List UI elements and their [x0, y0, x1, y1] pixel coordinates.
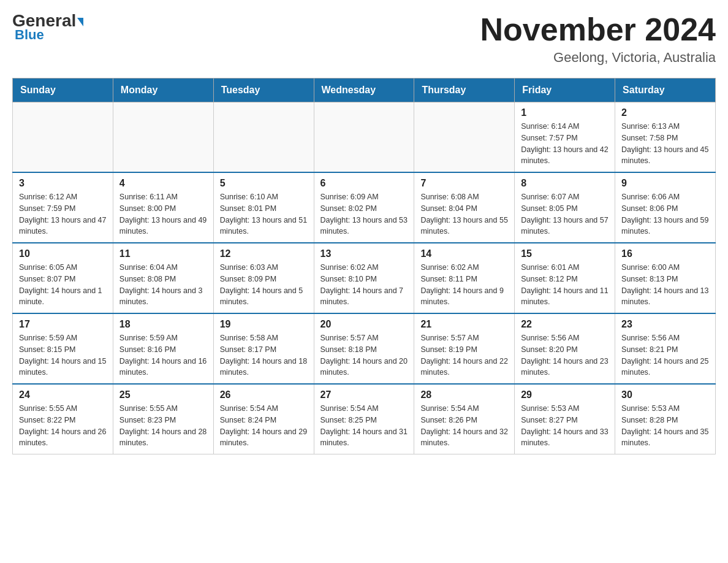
calendar-cell: 11Sunrise: 6:04 AMSunset: 8:08 PMDayligh… — [113, 243, 213, 313]
day-info: Sunrise: 5:55 AMSunset: 8:23 PMDaylight:… — [119, 403, 207, 449]
day-info: Sunrise: 6:12 AMSunset: 7:59 PMDaylight:… — [19, 191, 107, 237]
column-header-monday: Monday — [113, 79, 213, 102]
calendar-cell: 27Sunrise: 5:54 AMSunset: 8:25 PMDayligh… — [314, 384, 414, 454]
calendar-cell: 8Sunrise: 6:07 AMSunset: 8:05 PMDaylight… — [515, 172, 615, 243]
calendar-cell: 13Sunrise: 6:02 AMSunset: 8:10 PMDayligh… — [314, 243, 414, 313]
calendar-cell: 23Sunrise: 5:56 AMSunset: 8:21 PMDayligh… — [615, 313, 716, 384]
calendar-header-row: SundayMondayTuesdayWednesdayThursdayFrid… — [13, 79, 716, 102]
calendar-cell: 15Sunrise: 6:01 AMSunset: 8:12 PMDayligh… — [515, 243, 615, 313]
day-number: 3 — [19, 178, 107, 189]
calendar-cell: 29Sunrise: 5:53 AMSunset: 8:27 PMDayligh… — [515, 384, 615, 454]
day-info: Sunrise: 6:00 AMSunset: 8:13 PMDaylight:… — [621, 262, 709, 308]
calendar-cell: 21Sunrise: 5:57 AMSunset: 8:19 PMDayligh… — [414, 313, 515, 384]
calendar-cell: 24Sunrise: 5:55 AMSunset: 8:22 PMDayligh… — [13, 384, 113, 454]
day-info: Sunrise: 5:55 AMSunset: 8:22 PMDaylight:… — [19, 403, 107, 449]
calendar-cell: 28Sunrise: 5:54 AMSunset: 8:26 PMDayligh… — [414, 384, 515, 454]
calendar-cell: 5Sunrise: 6:10 AMSunset: 8:01 PMDaylight… — [213, 172, 314, 243]
day-number: 23 — [621, 319, 709, 330]
day-info: Sunrise: 5:57 AMSunset: 8:19 PMDaylight:… — [420, 332, 508, 378]
day-number: 17 — [19, 319, 107, 330]
logo: General Blue — [12, 12, 83, 43]
logo-blue: Blue — [12, 27, 44, 43]
day-number: 4 — [119, 178, 207, 189]
calendar-cell: 22Sunrise: 5:56 AMSunset: 8:20 PMDayligh… — [515, 313, 615, 384]
column-header-friday: Friday — [515, 79, 615, 102]
calendar-cell: 2Sunrise: 6:13 AMSunset: 7:58 PMDaylight… — [615, 102, 716, 173]
day-number: 15 — [521, 248, 609, 259]
calendar-table: SundayMondayTuesdayWednesdayThursdayFrid… — [12, 78, 716, 454]
day-info: Sunrise: 6:07 AMSunset: 8:05 PMDaylight:… — [521, 191, 609, 237]
day-info: Sunrise: 5:59 AMSunset: 8:16 PMDaylight:… — [119, 332, 207, 378]
calendar-cell: 26Sunrise: 5:54 AMSunset: 8:24 PMDayligh… — [213, 384, 314, 454]
day-info: Sunrise: 6:02 AMSunset: 8:10 PMDaylight:… — [320, 262, 408, 308]
day-info: Sunrise: 6:03 AMSunset: 8:09 PMDaylight:… — [220, 262, 308, 308]
day-number: 29 — [521, 389, 609, 400]
day-number: 18 — [119, 319, 207, 330]
day-info: Sunrise: 6:02 AMSunset: 8:11 PMDaylight:… — [420, 262, 508, 308]
day-info: Sunrise: 6:13 AMSunset: 7:58 PMDaylight:… — [621, 121, 709, 167]
day-number: 9 — [621, 178, 709, 189]
day-info: Sunrise: 6:11 AMSunset: 8:00 PMDaylight:… — [119, 191, 207, 237]
day-info: Sunrise: 5:57 AMSunset: 8:18 PMDaylight:… — [320, 332, 408, 378]
day-info: Sunrise: 6:05 AMSunset: 8:07 PMDaylight:… — [19, 262, 107, 308]
day-number: 1 — [521, 107, 609, 118]
calendar-cell: 3Sunrise: 6:12 AMSunset: 7:59 PMDaylight… — [13, 172, 113, 243]
calendar-cell: 14Sunrise: 6:02 AMSunset: 8:11 PMDayligh… — [414, 243, 515, 313]
day-number: 10 — [19, 248, 107, 259]
day-info: Sunrise: 5:54 AMSunset: 8:26 PMDaylight:… — [420, 403, 508, 449]
day-number: 24 — [19, 389, 107, 400]
calendar-cell: 30Sunrise: 5:53 AMSunset: 8:28 PMDayligh… — [615, 384, 716, 454]
day-number: 7 — [420, 178, 508, 189]
day-info: Sunrise: 6:01 AMSunset: 8:12 PMDaylight:… — [521, 262, 609, 308]
calendar-cell — [314, 102, 414, 173]
calendar-cell — [113, 102, 213, 173]
day-number: 12 — [220, 248, 308, 259]
day-number: 28 — [420, 389, 508, 400]
calendar-cell: 20Sunrise: 5:57 AMSunset: 8:18 PMDayligh… — [314, 313, 414, 384]
title-section: November 2024 Geelong, Victoria, Austral… — [480, 12, 716, 66]
calendar-cell: 18Sunrise: 5:59 AMSunset: 8:16 PMDayligh… — [113, 313, 213, 384]
calendar-cell: 25Sunrise: 5:55 AMSunset: 8:23 PMDayligh… — [113, 384, 213, 454]
day-info: Sunrise: 5:56 AMSunset: 8:21 PMDaylight:… — [621, 332, 709, 378]
calendar-cell — [13, 102, 113, 173]
calendar-cell: 1Sunrise: 6:14 AMSunset: 7:57 PMDaylight… — [515, 102, 615, 173]
calendar-cell: 9Sunrise: 6:06 AMSunset: 8:06 PMDaylight… — [615, 172, 716, 243]
day-info: Sunrise: 5:59 AMSunset: 8:15 PMDaylight:… — [19, 332, 107, 378]
calendar-cell — [414, 102, 515, 173]
calendar-cell — [213, 102, 314, 173]
day-info: Sunrise: 6:10 AMSunset: 8:01 PMDaylight:… — [220, 191, 308, 237]
day-number: 26 — [220, 389, 308, 400]
day-info: Sunrise: 6:08 AMSunset: 8:04 PMDaylight:… — [420, 191, 508, 237]
calendar-cell: 10Sunrise: 6:05 AMSunset: 8:07 PMDayligh… — [13, 243, 113, 313]
calendar-week-3: 10Sunrise: 6:05 AMSunset: 8:07 PMDayligh… — [13, 243, 716, 313]
calendar-cell: 19Sunrise: 5:58 AMSunset: 8:17 PMDayligh… — [213, 313, 314, 384]
calendar-cell: 4Sunrise: 6:11 AMSunset: 8:00 PMDaylight… — [113, 172, 213, 243]
day-number: 20 — [320, 319, 408, 330]
day-info: Sunrise: 6:06 AMSunset: 8:06 PMDaylight:… — [621, 191, 709, 237]
day-info: Sunrise: 6:09 AMSunset: 8:02 PMDaylight:… — [320, 191, 408, 237]
day-number: 16 — [621, 248, 709, 259]
day-number: 22 — [521, 319, 609, 330]
day-number: 11 — [119, 248, 207, 259]
column-header-thursday: Thursday — [414, 79, 515, 102]
day-info: Sunrise: 5:54 AMSunset: 8:25 PMDaylight:… — [320, 403, 408, 449]
calendar-cell: 6Sunrise: 6:09 AMSunset: 8:02 PMDaylight… — [314, 172, 414, 243]
calendar-week-1: 1Sunrise: 6:14 AMSunset: 7:57 PMDaylight… — [13, 102, 716, 173]
calendar-week-2: 3Sunrise: 6:12 AMSunset: 7:59 PMDaylight… — [13, 172, 716, 243]
day-number: 6 — [320, 178, 408, 189]
calendar-week-4: 17Sunrise: 5:59 AMSunset: 8:15 PMDayligh… — [13, 313, 716, 384]
day-number: 19 — [220, 319, 308, 330]
day-info: Sunrise: 6:04 AMSunset: 8:08 PMDaylight:… — [119, 262, 207, 308]
calendar-cell: 16Sunrise: 6:00 AMSunset: 8:13 PMDayligh… — [615, 243, 716, 313]
column-header-tuesday: Tuesday — [213, 79, 314, 102]
day-number: 5 — [220, 178, 308, 189]
column-header-saturday: Saturday — [615, 79, 716, 102]
calendar-cell: 12Sunrise: 6:03 AMSunset: 8:09 PMDayligh… — [213, 243, 314, 313]
calendar-week-5: 24Sunrise: 5:55 AMSunset: 8:22 PMDayligh… — [13, 384, 716, 454]
day-number: 21 — [420, 319, 508, 330]
column-header-wednesday: Wednesday — [314, 79, 414, 102]
day-info: Sunrise: 5:53 AMSunset: 8:28 PMDaylight:… — [621, 403, 709, 449]
day-info: Sunrise: 5:54 AMSunset: 8:24 PMDaylight:… — [220, 403, 308, 449]
day-info: Sunrise: 5:56 AMSunset: 8:20 PMDaylight:… — [521, 332, 609, 378]
day-info: Sunrise: 5:53 AMSunset: 8:27 PMDaylight:… — [521, 403, 609, 449]
